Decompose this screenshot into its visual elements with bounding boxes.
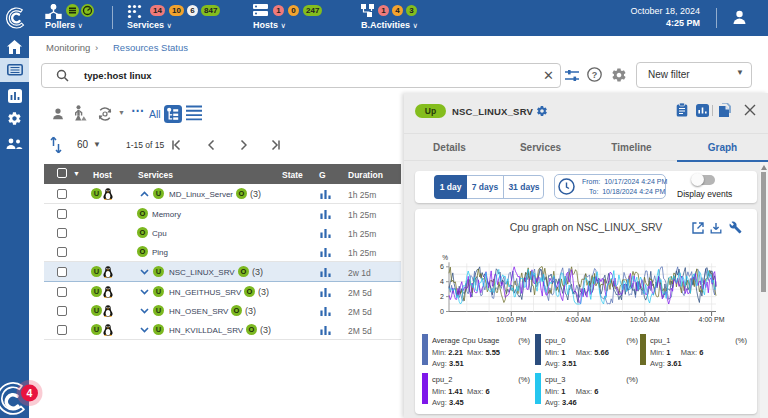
svg-text:4:00 AM: 4:00 AM	[565, 316, 591, 323]
svg-text:%: %	[442, 254, 448, 261]
svg-text:0: 0	[440, 308, 444, 315]
svg-text:4: 4	[27, 387, 33, 399]
svg-text:4: 4	[440, 278, 444, 285]
svg-text:4:00 PM: 4:00 PM	[699, 316, 725, 323]
svg-text:10:00 AM: 10:00 AM	[630, 316, 660, 323]
svg-text:?: ?	[592, 70, 598, 80]
svg-text:6: 6	[440, 263, 444, 270]
svg-text:10:00 PM: 10:00 PM	[496, 316, 526, 323]
svg-text:2: 2	[440, 293, 444, 300]
